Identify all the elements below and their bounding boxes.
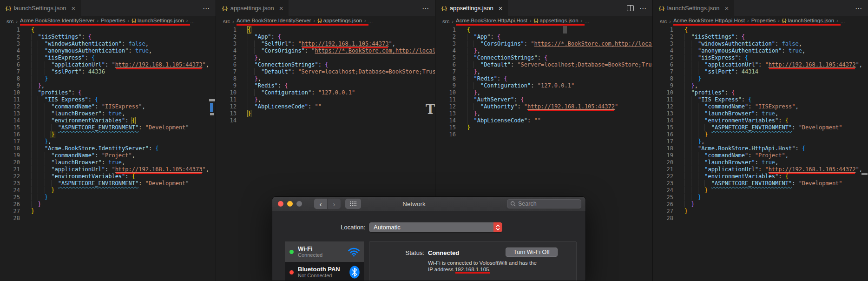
- location-select[interactable]: Automatic: [369, 222, 502, 232]
- breadcrumb-file[interactable]: launchSettings.json: [788, 18, 835, 23]
- service-row-bluetooth-pan[interactable]: Bluetooth PAN Not Connected: [285, 262, 364, 281]
- search-input[interactable]: Search: [507, 199, 581, 208]
- breadcrumb-segment[interactable]: Acme.BookStore.IdentityServer: [237, 18, 311, 23]
- line-number: 27: [6, 208, 20, 215]
- line-number: 21: [6, 166, 20, 173]
- code-token: "environmentVariables": [704, 117, 778, 124]
- code-token: true: [762, 159, 775, 166]
- breadcrumb-segment[interactable]: src: [223, 19, 230, 24]
- line-number: 7: [222, 68, 237, 75]
- breadcrumb-segment[interactable]: Properties: [751, 18, 776, 23]
- code-token: {: [88, 33, 92, 40]
- scrollbar-thumb[interactable]: [563, 26, 567, 33]
- code-editor[interactable]: 1{2 "App": {3 "CorsOrigins": "https://*.…: [436, 27, 652, 138]
- back-button[interactable]: ‹: [314, 199, 327, 209]
- code-token: {: [278, 33, 281, 40]
- code-token: https://*.BookStore.com,http://localh: [534, 40, 653, 47]
- code-editor[interactable]: 1{2 "iisSettings": {3 "windowsAuthentica…: [0, 27, 216, 222]
- code-token: "Development": [799, 124, 842, 131]
- line-number: 4: [441, 47, 456, 54]
- code-token: :: [102, 159, 108, 166]
- breadcrumb-segment[interactable]: Properties: [101, 18, 125, 23]
- breadcrumb-suffix[interactable]: ...: [841, 19, 845, 24]
- code-token: [248, 89, 261, 96]
- code-token: [467, 96, 473, 103]
- breadcrumb-segment[interactable]: src: [7, 19, 13, 24]
- breadcrumb-file[interactable]: launchSettings.json: [138, 18, 184, 23]
- more-actions-icon[interactable]: ⋯: [203, 4, 210, 13]
- more-actions-icon[interactable]: ⋯: [422, 4, 429, 13]
- code-token: ": [855, 166, 859, 173]
- window-title-bar[interactable]: ‹ › Network Search: [272, 197, 585, 211]
- line-number: 19: [6, 152, 20, 159]
- code-editor[interactable]: 1{2 "iisSettings": {3 "windowsAuthentica…: [653, 27, 868, 222]
- tab-bar: {..} appsettings.json × ⋯: [217, 0, 435, 16]
- code-line: 25 }: [653, 194, 868, 201]
- code-line: 3 "CorsOrigins": "https://*.BookStore.co…: [436, 40, 652, 47]
- code-token: 44336: [88, 68, 105, 75]
- breadcrumb[interactable]: src›Acme.BookStore.IdentityServer›Proper…: [0, 16, 216, 27]
- code-token: [31, 110, 51, 117]
- code-token: }: [254, 75, 257, 82]
- breadcrumb[interactable]: src›Acme.BookStore.IdentityServer›{..}ap…: [217, 16, 435, 27]
- zoom-window-button[interactable]: [296, 201, 302, 207]
- close-tab-icon[interactable]: ×: [279, 4, 283, 12]
- service-row-wifi[interactable]: Wi-Fi Connected: [285, 241, 364, 262]
- turn-wifi-off-button[interactable]: Turn Wi-Fi Off: [506, 248, 558, 257]
- tab-launchsettings-identityserver[interactable]: {..} launchSettings.json ×: [0, 0, 81, 16]
- line-number: 13: [441, 110, 456, 117]
- breadcrumb[interactable]: src›Acme.BookStore.HttpApi.Host›{..}apps…: [436, 16, 652, 27]
- tab-strip-space: [81, 0, 203, 16]
- search-icon: [510, 201, 516, 207]
- code-token: [248, 103, 254, 110]
- code-token: :: [311, 89, 318, 96]
- json-file-icon: {..}: [441, 6, 447, 11]
- breadcrumb-suffix[interactable]: ...: [585, 19, 589, 24]
- close-tab-icon[interactable]: ×: [724, 4, 729, 12]
- breadcrumb-segment[interactable]: src: [660, 19, 667, 24]
- close-window-button[interactable]: [278, 201, 283, 207]
- close-tab-icon[interactable]: ×: [71, 4, 75, 12]
- code-token: "sslPort": [51, 68, 81, 75]
- code-line: 1{: [0, 27, 216, 33]
- breadcrumb-suffix[interactable]: ...: [190, 19, 195, 24]
- line-number: 8: [6, 75, 20, 82]
- show-all-grid-icon[interactable]: [345, 199, 361, 209]
- tab-appsettings-identityserver[interactable]: {..} appsettings.json ×: [217, 0, 289, 16]
- breadcrumb-suffix[interactable]: ...: [368, 19, 373, 24]
- minimize-window-button[interactable]: [287, 201, 293, 207]
- code-line: 6 "applicationUrl": "http://192.168.1.10…: [0, 61, 216, 68]
- code-token: :: [758, 166, 765, 173]
- more-actions-icon[interactable]: ⋯: [855, 4, 862, 13]
- breadcrumb-file[interactable]: appsettings.json: [539, 18, 578, 23]
- tab-launchsettings-httpapi-host[interactable]: {..} launchSettings.json ×: [653, 0, 735, 16]
- line-number: 15: [441, 124, 456, 131]
- code-token: :: [517, 103, 524, 110]
- code-token: [467, 47, 473, 54]
- code-token: [684, 40, 698, 47]
- breadcrumb-segment[interactable]: Acme.BookStore.HttpApi.Host: [673, 18, 745, 23]
- code-token: http://192.168.1.105:44373: [115, 166, 203, 173]
- editor-pane-1: {..} launchSettings.json × ⋯ src›Acme.Bo…: [0, 0, 216, 281]
- code-editor[interactable]: 1{2 "App": {3 "SelfUrl": "http://192.168…: [217, 27, 435, 124]
- breadcrumb-segment[interactable]: Acme.BookStore.IdentityServer: [20, 18, 94, 23]
- code-token: :: [138, 124, 145, 131]
- scrollbar-cursor-mark[interactable]: [210, 103, 213, 112]
- line-number: 25: [6, 194, 20, 201]
- breadcrumb[interactable]: src›Acme.BookStore.HttpApi.Host›Properti…: [653, 16, 868, 27]
- code-token: "Server=localhost;Database=BookStore;Tru…: [517, 61, 653, 68]
- code-token: :: [755, 159, 762, 166]
- more-actions-icon[interactable]: ⋯: [639, 4, 647, 13]
- code-token: false: [129, 40, 145, 47]
- tab-appsettings-httpapi-host[interactable]: {..} appsettings.json ×: [436, 0, 508, 16]
- network-services-list: Wi-Fi Connected Bluetooth PAN Not Connec…: [285, 241, 364, 281]
- forward-button[interactable]: ›: [328, 199, 341, 209]
- split-editor-icon[interactable]: [627, 5, 634, 11]
- code-token: }: [691, 201, 694, 207]
- code-token: [467, 117, 473, 124]
- code-token: [684, 194, 698, 201]
- breadcrumb-segment[interactable]: src: [442, 19, 449, 24]
- breadcrumb-file[interactable]: appsettings.json: [323, 18, 362, 23]
- breadcrumb-segment[interactable]: Acme.BookStore.HttpApi.Host: [456, 18, 527, 23]
- close-tab-icon[interactable]: ×: [499, 4, 503, 12]
